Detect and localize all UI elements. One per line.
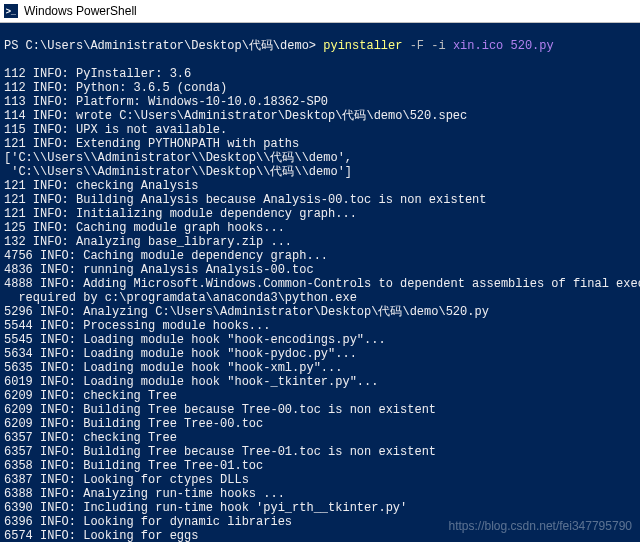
window-title: Windows PowerShell xyxy=(24,4,137,18)
terminal-output[interactable]: PS C:\Users\Administrator\Desktop\代码\dem… xyxy=(0,23,640,542)
output-line: 6358 INFO: Building Tree Tree-01.toc xyxy=(4,459,636,473)
output-line: ['C:\\Users\\Administrator\\Desktop\\代码\… xyxy=(4,151,636,165)
output-line: 121 INFO: checking Analysis xyxy=(4,179,636,193)
output-line: 112 INFO: PyInstaller: 3.6 xyxy=(4,67,636,81)
output-line: 5296 INFO: Analyzing C:\Users\Administra… xyxy=(4,305,636,319)
output-line: 6357 INFO: checking Tree xyxy=(4,431,636,445)
output-line: 6019 INFO: Loading module hook "hook-_tk… xyxy=(4,375,636,389)
output-line: 121 INFO: Building Analysis because Anal… xyxy=(4,193,636,207)
output-line: 114 INFO: wrote C:\Users\Administrator\D… xyxy=(4,109,636,123)
output-line: 121 INFO: Extending PYTHONPATH with path… xyxy=(4,137,636,151)
output-line: 5635 INFO: Loading module hook "hook-xml… xyxy=(4,361,636,375)
output-line: 125 INFO: Caching module graph hooks... xyxy=(4,221,636,235)
prompt-path: PS C:\Users\Administrator\Desktop\代码\dem… xyxy=(4,39,316,53)
output-line: 6357 INFO: Building Tree because Tree-01… xyxy=(4,445,636,459)
output-line: 6209 INFO: Building Tree Tree-00.toc xyxy=(4,417,636,431)
output-line: 6574 INFO: Looking for eggs xyxy=(4,529,636,542)
output-line: 4888 INFO: Adding Microsoft.Windows.Comm… xyxy=(4,277,636,291)
output-line: 6209 INFO: checking Tree xyxy=(4,389,636,403)
output-line: 115 INFO: UPX is not available. xyxy=(4,123,636,137)
output-line: 5634 INFO: Loading module hook "hook-pyd… xyxy=(4,347,636,361)
powershell-icon: >_ xyxy=(4,4,18,18)
output-line: 6388 INFO: Analyzing run-time hooks ... xyxy=(4,487,636,501)
output-line: 6390 INFO: Including run-time hook 'pyi_… xyxy=(4,501,636,515)
output-line: 5544 INFO: Processing module hooks... xyxy=(4,319,636,333)
output-line: 6387 INFO: Looking for ctypes DLLs xyxy=(4,473,636,487)
output-line: 5545 INFO: Loading module hook "hook-enc… xyxy=(4,333,636,347)
output-line: 6396 INFO: Looking for dynamic libraries xyxy=(4,515,636,529)
prompt-line: PS C:\Users\Administrator\Desktop\代码\dem… xyxy=(4,39,636,53)
output-line: 4756 INFO: Caching module dependency gra… xyxy=(4,249,636,263)
output-line: required by c:\programdata\anaconda3\pyt… xyxy=(4,291,636,305)
output-line: 121 INFO: Initializing module dependency… xyxy=(4,207,636,221)
output-line: 113 INFO: Platform: Windows-10-10.0.1836… xyxy=(4,95,636,109)
prompt-args: xin.ico 520.py xyxy=(453,39,554,53)
output-lines: 112 INFO: PyInstaller: 3.6112 INFO: Pyth… xyxy=(4,67,636,542)
output-line: 132 INFO: Analyzing base_library.zip ... xyxy=(4,235,636,249)
window-titlebar[interactable]: >_ Windows PowerShell xyxy=(0,0,640,23)
output-line: 112 INFO: Python: 3.6.5 (conda) xyxy=(4,81,636,95)
prompt-flags: -F -i xyxy=(410,39,446,53)
output-line: 4836 INFO: running Analysis Analysis-00.… xyxy=(4,263,636,277)
output-line: 'C:\\Users\\Administrator\\Desktop\\代码\\… xyxy=(4,165,636,179)
output-line: 6209 INFO: Building Tree because Tree-00… xyxy=(4,403,636,417)
prompt-command: pyinstaller xyxy=(323,39,402,53)
